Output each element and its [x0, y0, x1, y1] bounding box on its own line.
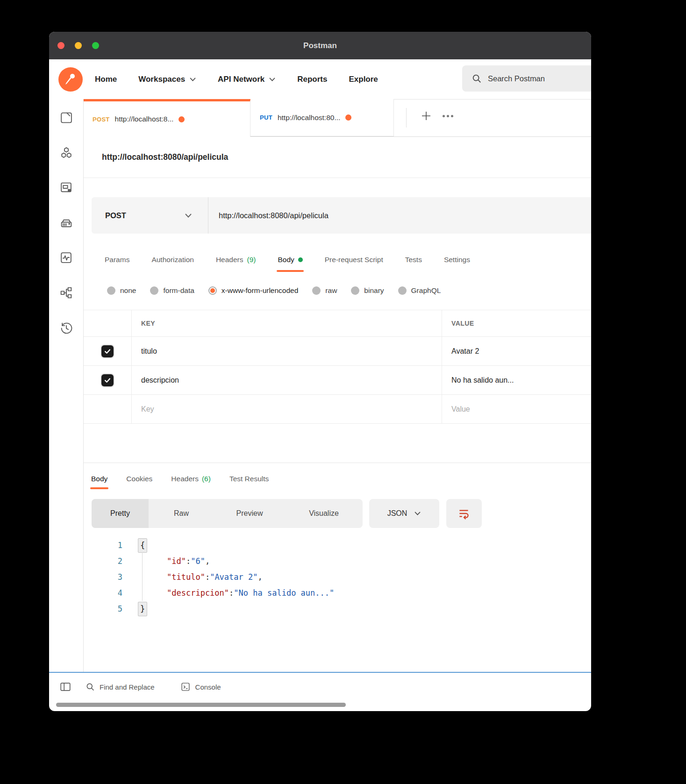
more-tabs-button[interactable]	[436, 106, 460, 126]
console-button[interactable]: Console	[180, 682, 221, 692]
response-tab-label: Headers	[171, 475, 199, 483]
key-placeholder[interactable]: Key	[131, 395, 442, 423]
request-tab-settings[interactable]: Settings	[444, 256, 470, 264]
wrap-lines-button[interactable]	[446, 499, 482, 528]
close-window-button[interactable]	[57, 42, 64, 49]
response-tab-headers[interactable]: Headers(6)	[171, 475, 211, 483]
request-tab-tests[interactable]: Tests	[405, 256, 422, 264]
search-input[interactable]: Search Postman	[462, 65, 591, 92]
table-row[interactable]: tituloAvatar 2	[83, 337, 591, 366]
body-mode-label: none	[120, 286, 136, 295]
sidebar-collections-icon[interactable]	[59, 111, 73, 124]
nav-item-workspaces[interactable]: Workspaces	[138, 75, 196, 84]
code-fold-marker[interactable]: {	[138, 538, 147, 553]
body-mode-binary[interactable]: binary	[351, 286, 384, 295]
body-mode-graphql[interactable]: GraphQL	[398, 286, 441, 295]
nav-item-label: Workspaces	[138, 75, 185, 84]
line-number: 2	[83, 556, 122, 566]
row-key-cell[interactable]: titulo	[131, 337, 442, 365]
nav-item-home[interactable]: Home	[95, 75, 117, 84]
view-preview[interactable]: Preview	[214, 499, 285, 528]
chevron-down-icon	[185, 213, 192, 218]
checkbox-checked-icon[interactable]	[101, 345, 114, 357]
search-icon	[472, 73, 482, 84]
response-tab-body[interactable]: Body	[91, 475, 107, 483]
checkbox-checked-icon[interactable]	[101, 374, 114, 386]
response-tab-test-results[interactable]: Test Results	[229, 475, 269, 483]
sidebar-environments-icon[interactable]	[59, 181, 73, 194]
row-key-cell[interactable]: descripcion	[131, 366, 442, 394]
row-checkbox-cell	[83, 337, 131, 365]
response-language-select[interactable]: JSON	[369, 499, 439, 528]
nav-item-api-network[interactable]: API Network	[218, 75, 276, 84]
traffic-lights	[57, 42, 99, 49]
row-value-cell[interactable]: No ha salido aun...	[442, 366, 591, 394]
minimize-window-button[interactable]	[75, 42, 82, 49]
nav-item-reports[interactable]: Reports	[297, 75, 327, 84]
sidebar-mock-servers-icon[interactable]	[59, 216, 73, 229]
collections-icon	[59, 111, 73, 124]
request-tab-label: Pre-request Script	[325, 256, 383, 264]
sidebar-history-icon[interactable]	[59, 321, 73, 335]
toggle-sidebar-button[interactable]	[59, 681, 71, 693]
sidebar-apis-icon[interactable]	[59, 146, 73, 159]
window-title: Postman	[303, 41, 337, 50]
open-tab-post[interactable]: POSThttp://localhost:8...	[83, 99, 250, 137]
request-tab-label: Body	[278, 256, 294, 264]
main-nav: HomeWorkspacesAPI NetworkReportsExplore	[95, 75, 378, 84]
response-tabs: BodyCookiesHeaders(6)Test Results	[83, 467, 591, 491]
body-mode-form-data[interactable]: form-data	[150, 286, 194, 295]
mock-servers-icon	[59, 216, 73, 229]
response-tab-cookies[interactable]: Cookies	[126, 475, 152, 483]
table-header-row: KEY VALUE	[83, 310, 591, 337]
find-and-replace-label: Find and Replace	[100, 683, 155, 691]
url-input[interactable]: http://localhost:8080/api/pelicula	[208, 211, 329, 220]
response-pane-divider[interactable]	[83, 463, 591, 463]
nav-item-explore[interactable]: Explore	[349, 75, 378, 84]
open-tab-put[interactable]: PUThttp://localhost:80...	[250, 99, 394, 136]
view-visualize[interactable]: Visualize	[285, 499, 363, 528]
view-pretty[interactable]: Pretty	[92, 499, 149, 528]
apis-icon	[59, 146, 73, 159]
body-modified-dot-icon	[298, 257, 303, 262]
request-tab-label: Params	[105, 256, 129, 264]
table-row[interactable]: descripcionNo ha salido aun...	[83, 366, 591, 395]
method-select[interactable]: POST	[92, 197, 208, 234]
body-mode-none[interactable]: none	[107, 286, 136, 295]
line-number: 5	[83, 604, 122, 613]
value-placeholder[interactable]: Value	[442, 395, 591, 423]
postman-logo-icon[interactable]	[58, 67, 83, 92]
find-and-replace-button[interactable]: Find and Replace	[86, 682, 155, 691]
sidebar-flows-icon[interactable]	[59, 286, 73, 299]
response-body-code[interactable]: 1{2"id": "6",3"titulo": "Avatar 2",4"des…	[83, 537, 591, 617]
line-content: "descripcion": "No ha salido aun..."	[138, 588, 334, 598]
request-tab-params[interactable]: Params	[105, 256, 129, 264]
postman-window: Postman HomeWorkspacesAPI NetworkReports…	[49, 32, 591, 711]
radio-icon	[107, 286, 115, 295]
table-placeholder-row[interactable]: Key Value	[83, 395, 591, 424]
tab-url-label: http://localhost:80...	[278, 114, 340, 122]
code-fold-marker[interactable]: }	[138, 602, 147, 616]
request-tab-authorization[interactable]: Authorization	[151, 256, 193, 264]
console-icon	[180, 682, 191, 692]
status-footer: Find and Replace Console	[49, 673, 591, 701]
request-tab-body[interactable]: Body	[278, 256, 302, 264]
radio-icon	[351, 286, 359, 295]
view-raw[interactable]: Raw	[149, 499, 214, 528]
sidebar-monitors-icon[interactable]	[59, 251, 73, 264]
row-value-cell[interactable]: Avatar 2	[442, 337, 591, 365]
horizontal-scrollbar[interactable]	[56, 703, 346, 707]
monitors-icon	[59, 251, 73, 264]
body-mode-x-www-form-urlencoded[interactable]: x-www-form-urlencoded	[208, 286, 299, 295]
nav-item-label: Explore	[349, 75, 378, 84]
body-mode-raw[interactable]: raw	[312, 286, 337, 295]
body-mode-label: raw	[325, 286, 337, 295]
request-tab-label: Tests	[405, 256, 422, 264]
line-number: 4	[83, 588, 122, 598]
new-tab-button[interactable]	[417, 106, 436, 126]
zoom-window-button[interactable]	[92, 42, 99, 49]
unsaved-indicator-icon	[345, 114, 351, 121]
request-tab-count: (9)	[247, 256, 256, 264]
request-tab-pre-request-script[interactable]: Pre-request Script	[325, 256, 383, 264]
request-tab-headers[interactable]: Headers(9)	[216, 256, 256, 264]
